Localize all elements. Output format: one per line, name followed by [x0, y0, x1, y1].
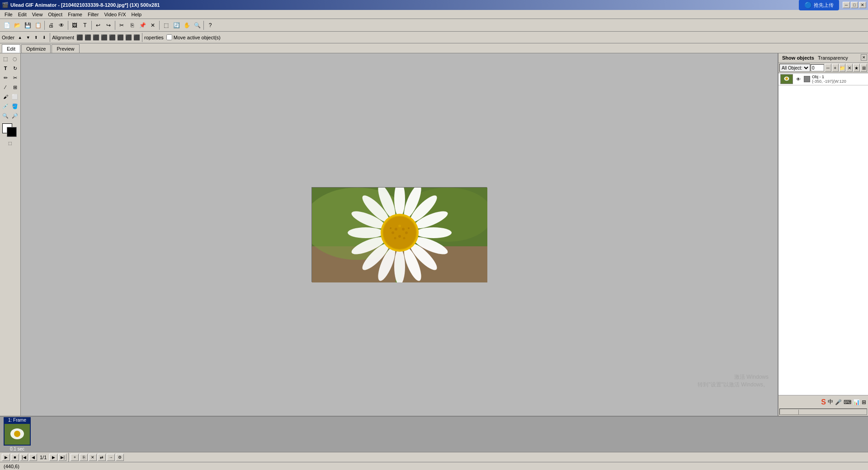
frame-thumb-1[interactable]: [4, 423, 31, 446]
object-input[interactable]: [811, 64, 824, 71]
settings-btn[interactable]: ⚙: [116, 454, 124, 461]
zoom-out-tool-btn[interactable]: 🔎: [10, 111, 19, 120]
ulead-upload-button[interactable]: 🔵 抢先上传: [799, 0, 839, 10]
dist-v-btn[interactable]: ⬛: [133, 34, 140, 41]
help-btn[interactable]: ?: [205, 20, 215, 30]
svg-point-31: [403, 237, 406, 240]
paint-tool-btn[interactable]: 🖌: [1, 92, 10, 101]
menu-edit[interactable]: Edit: [15, 11, 29, 18]
order-up-btn[interactable]: ▲: [16, 34, 24, 41]
order-down-btn[interactable]: ▼: [24, 34, 32, 41]
dist-h-btn[interactable]: ⬛: [125, 34, 132, 41]
obj-eye-icon[interactable]: 👁: [795, 75, 802, 83]
save-btn[interactable]: 💾: [23, 20, 33, 30]
panel-scrollbar[interactable]: [779, 409, 867, 415]
add-text-btn[interactable]: T: [80, 20, 90, 30]
panel-minus-btn[interactable]: ─: [825, 64, 831, 72]
print-btn[interactable]: 🖨: [46, 20, 56, 30]
select-btn[interactable]: ⬚: [161, 20, 171, 30]
panel-x-btn[interactable]: ✕: [846, 64, 853, 72]
panel-add-btn[interactable]: +: [832, 64, 839, 72]
lasso-tool-btn[interactable]: ◌: [10, 54, 19, 63]
svg-point-24: [383, 216, 416, 249]
saveas-btn[interactable]: 📋: [33, 20, 43, 30]
undo-btn[interactable]: ↩: [93, 20, 103, 30]
rotate-tool-btn[interactable]: ↻: [10, 64, 19, 73]
redo-btn[interactable]: ↪: [104, 20, 113, 30]
maximize-button[interactable]: □: [851, 2, 858, 8]
transition-btn[interactable]: →: [107, 454, 115, 461]
dup-frame-btn[interactable]: ⎘: [80, 454, 88, 461]
crop-tool-btn[interactable]: ✂: [10, 73, 19, 82]
next-frame-btn[interactable]: ▶: [49, 454, 57, 461]
transparent-btn[interactable]: ⬚: [6, 139, 15, 148]
menu-filter[interactable]: Filter: [85, 11, 101, 18]
sep1: [44, 21, 45, 30]
prev-frame-btn[interactable]: ◀: [29, 454, 37, 461]
move-btn[interactable]: ✋: [182, 20, 192, 30]
show-objects-tab[interactable]: Show objects: [780, 55, 816, 61]
add-image-btn[interactable]: 🖼: [70, 20, 80, 30]
first-frame-btn[interactable]: |◀: [20, 454, 28, 461]
zoom-in-tool-btn[interactable]: 🔍: [1, 111, 10, 120]
last-frame-btn[interactable]: ▶|: [58, 454, 66, 461]
panel-star-btn[interactable]: ★: [853, 64, 860, 72]
panel-close-btn[interactable]: ✕: [861, 54, 867, 61]
tab-optimize[interactable]: Optimize: [21, 44, 51, 53]
add-frame-btn[interactable]: +: [71, 454, 79, 461]
warp-tool-btn[interactable]: ⊞: [10, 83, 19, 92]
icon-mic: 🎤: [835, 399, 842, 405]
transparency-tab[interactable]: Transparency: [816, 55, 850, 61]
eyedrop-tool-btn[interactable]: 💉: [1, 102, 10, 111]
align-top-btn[interactable]: ⬛: [100, 34, 108, 41]
align-middle-btn[interactable]: ⬛: [108, 34, 116, 41]
align-left-btn[interactable]: ⬛: [76, 34, 83, 41]
loop-btn[interactable]: 🔄: [171, 20, 181, 30]
window-title: Ulead GIF Animator - [2104021033339-8-12…: [10, 2, 160, 8]
select-tool-btn[interactable]: ⬚: [1, 54, 10, 63]
panel-grid-btn[interactable]: ⊞: [860, 64, 867, 72]
menu-videofx[interactable]: Video F/X: [101, 11, 128, 18]
paste-btn[interactable]: 📌: [137, 20, 147, 30]
copy-btn[interactable]: ⎘: [127, 20, 137, 30]
delete-btn[interactable]: ✕: [148, 20, 158, 30]
move-active-checkbox[interactable]: [166, 34, 172, 40]
move-active-label[interactable]: Move active object(s): [166, 34, 221, 40]
menu-frame[interactable]: Frame: [65, 11, 85, 18]
menu-view[interactable]: View: [29, 11, 46, 18]
frame-item-1[interactable]: 1: Frame 0.1 sec: [4, 417, 31, 451]
close-button[interactable]: ✕: [859, 2, 866, 8]
tab-edit[interactable]: Edit: [2, 44, 20, 53]
text-tool-btn[interactable]: T: [1, 64, 10, 73]
new-btn[interactable]: 📄: [2, 20, 12, 30]
menu-object[interactable]: Object: [45, 11, 65, 18]
menu-help[interactable]: Help: [129, 11, 145, 18]
fill-tool-btn[interactable]: 🪣: [10, 102, 19, 111]
cut-btn[interactable]: ✂: [117, 20, 127, 30]
align-bottom-btn[interactable]: ⬛: [117, 34, 124, 41]
object-item-1[interactable]: 👁 Obj - 1 (-350, -197)(W:120: [778, 73, 868, 85]
frame-strip: 1: Frame 0.1 sec: [0, 416, 868, 452]
eraser-tool-btn[interactable]: ⬜: [10, 92, 19, 101]
menu-file[interactable]: File: [2, 11, 15, 18]
preview-btn[interactable]: 👁: [57, 20, 66, 30]
del-frame-btn[interactable]: ✕: [89, 454, 97, 461]
object-filter-select[interactable]: All Object:: [779, 64, 810, 72]
reverse-btn[interactable]: ⇄: [98, 454, 106, 461]
tab-preview[interactable]: Preview: [52, 44, 79, 53]
order-bottom-btn[interactable]: ⬇: [41, 34, 48, 41]
open-btn[interactable]: 📂: [12, 20, 22, 30]
obj-info: Obj - 1 (-350, -197)(W:120: [812, 75, 866, 84]
order-top-btn[interactable]: ⬆: [33, 34, 40, 41]
play-button[interactable]: ▶: [2, 454, 10, 461]
zoom-in-btn[interactable]: 🔍: [192, 20, 202, 30]
line-tool-btn[interactable]: ∕: [1, 83, 10, 92]
svg-point-30: [394, 237, 396, 240]
minimize-button[interactable]: ─: [843, 2, 850, 8]
panel-folder-btn[interactable]: 📁: [839, 64, 846, 72]
canvas-image[interactable]: [311, 187, 487, 282]
align-center-btn[interactable]: ⬛: [84, 34, 91, 41]
align-right-btn[interactable]: ⬛: [92, 34, 99, 41]
pen-tool-btn[interactable]: ✏: [1, 73, 10, 82]
stop-button[interactable]: ■: [11, 454, 19, 461]
